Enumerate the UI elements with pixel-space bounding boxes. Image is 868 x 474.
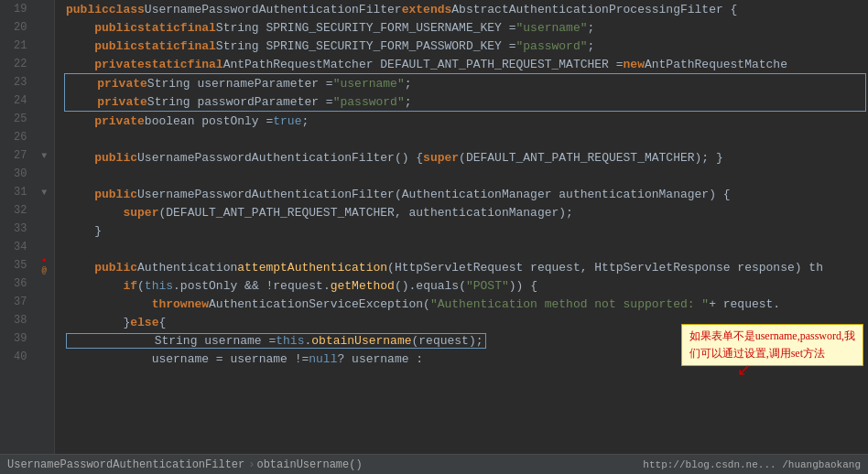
- exclass-37: AuthenticationServiceException(: [209, 297, 430, 311]
- code-line-39: String username = this . obtainUsername …: [62, 331, 868, 350]
- kw-private-25: private: [94, 114, 145, 128]
- code-line-40: username = username != null ? username :: [62, 350, 868, 368]
- indent-25: [66, 114, 94, 128]
- code-40: username = username !=: [152, 352, 309, 366]
- kw-final-21: final: [180, 39, 216, 53]
- boxed-group-23-24: private String usernameParameter = "user…: [64, 73, 866, 112]
- fold-icon-27[interactable]: ▼: [34, 151, 54, 161]
- brace2-38: {: [158, 316, 166, 329]
- semi-21: ;: [588, 39, 595, 53]
- string-username-23: "username": [333, 77, 405, 91]
- breadcrumb-url: http://blog.csdn.ne... /huangbaokang: [643, 459, 861, 470]
- kw-final-22: final: [188, 58, 223, 71]
- gutter-row-33: 33: [0, 220, 54, 238]
- classname-19: UsernamePasswordAuthenticationFilter: [145, 3, 402, 16]
- code-line-30: [62, 167, 868, 185]
- semi-25: ;: [301, 114, 309, 128]
- gutter-row-32: 32: [0, 201, 54, 220]
- type-21: String SPRING_SECURITY_FORM_PASSWORD_KEY…: [216, 39, 516, 53]
- gutter-row-38: 38: [0, 311, 54, 329]
- line-num-27: 27: [0, 149, 34, 162]
- kw-public-20: public: [94, 21, 137, 35]
- code-line-24: private String passwordParameter = "pass…: [65, 92, 865, 111]
- semi-24: ;: [405, 95, 412, 109]
- line-num-35: 35: [0, 259, 34, 272]
- kw-public-31: public: [94, 188, 137, 201]
- gutter-row-34: 34: [0, 238, 54, 256]
- fold-icon-31[interactable]: ▼: [34, 188, 54, 198]
- newclass-22: AntPathRequestMatche: [645, 58, 787, 71]
- brace-38: }: [123, 316, 130, 329]
- kw-final-20: final: [180, 21, 216, 35]
- line-num-22: 22: [0, 58, 34, 70]
- type-23: String usernameParameter =: [147, 77, 333, 91]
- gutter-row-26: 26: [0, 128, 54, 146]
- kw-new-37: new: [188, 297, 209, 311]
- kw-this-36: this: [145, 279, 173, 293]
- indent-39: [69, 334, 155, 348]
- args-27: (DEFAULT_ANT_PATH_REQUEST_MATCHER); }: [459, 151, 723, 165]
- val-true-25: true: [273, 114, 301, 128]
- line-num-36: 36: [0, 277, 34, 290]
- kw-public-27: public: [94, 151, 137, 165]
- dot-39: .: [304, 334, 311, 348]
- line-num-24: 24: [0, 94, 34, 107]
- cond3-36: ().equals(: [395, 279, 466, 293]
- line-num-34: 34: [0, 241, 34, 253]
- code-line-35: public Authentication attemptAuthenticat…: [62, 258, 868, 276]
- line-num-40: 40: [0, 350, 34, 363]
- gutter-row-36: 36: [0, 275, 54, 293]
- gutter-row-40: 40: [0, 348, 54, 366]
- kw-extends-19: extends: [402, 3, 452, 16]
- indent-40: [66, 352, 152, 366]
- kw-static-20: static: [137, 21, 180, 35]
- code-line-22: private static final AntPathRequestMatch…: [62, 55, 868, 73]
- line-num-25: 25: [0, 113, 34, 125]
- kw-public-19: public: [66, 3, 109, 16]
- kw-private-24: private: [97, 95, 147, 109]
- kw-new-22: new: [624, 58, 645, 71]
- indent-36: [66, 279, 123, 293]
- string-password-21: "password": [516, 39, 588, 53]
- code-line-21: public static final String SPRING_SECURI…: [62, 37, 868, 55]
- string-post-36: "POST": [466, 279, 509, 293]
- type-39: String username =: [155, 334, 277, 348]
- boxed-line-39: String username = this . obtainUsername …: [66, 333, 486, 349]
- indent-21: [66, 39, 94, 53]
- indent-37: [66, 297, 152, 311]
- string-37: "Authentication method not supported: ": [430, 297, 709, 311]
- indent-31: [66, 188, 94, 201]
- code-line-27: public UsernamePasswordAuthenticationFil…: [62, 148, 868, 167]
- line-gutter: 19 20 21 22 23 24 25 26: [0, 0, 55, 474]
- cond1-36: (: [137, 279, 145, 293]
- breadcrumb-sep-1: ›: [248, 458, 255, 471]
- kw-class-19: class: [109, 3, 145, 16]
- indent-24: [69, 95, 97, 109]
- code-line-36: if ( this .postOnly && !request. getMeth…: [62, 276, 868, 295]
- kw-static-21: static: [137, 39, 180, 53]
- breadcrumb-class: UsernamePasswordAuthenticationFilter: [7, 458, 244, 471]
- cond4-36: )) {: [509, 279, 537, 293]
- args-32: (DEFAULT_ANT_PATH_REQUEST_MATCHER, authe…: [158, 206, 572, 220]
- indent-20: [66, 21, 94, 35]
- kw-throw-37: throw: [152, 297, 188, 311]
- indent-35: [66, 261, 94, 275]
- code-line-31: public UsernamePasswordAuthenticationFil…: [62, 185, 868, 203]
- line-num-23: 23: [0, 76, 34, 89]
- breadcrumb-method: obtainUsername(): [256, 458, 362, 471]
- code-line-26: [62, 130, 868, 148]
- ternary-40: ? username :: [337, 352, 423, 366]
- gutter-row-23: 23: [0, 73, 54, 92]
- kw-null-40: null: [309, 352, 337, 366]
- kw-if-36: if: [123, 279, 137, 293]
- gutter-row-20: 20: [0, 18, 54, 37]
- type-24: String passwordParameter =: [147, 95, 333, 109]
- args-35: (HttpServletRequest request, HttpServlet…: [387, 261, 823, 275]
- gutter-row-27: 27 ▼: [0, 146, 54, 165]
- code-line-25: private boolean postOnly = true ;: [62, 112, 868, 130]
- gutter-row-39: 39: [0, 329, 54, 348]
- code-line-37: throw new AuthenticationServiceException…: [62, 295, 868, 313]
- code-line-19: public class UsernamePasswordAuthenticat…: [62, 0, 868, 18]
- kw-public-35: public: [94, 261, 137, 275]
- line-num-39: 39: [0, 332, 34, 345]
